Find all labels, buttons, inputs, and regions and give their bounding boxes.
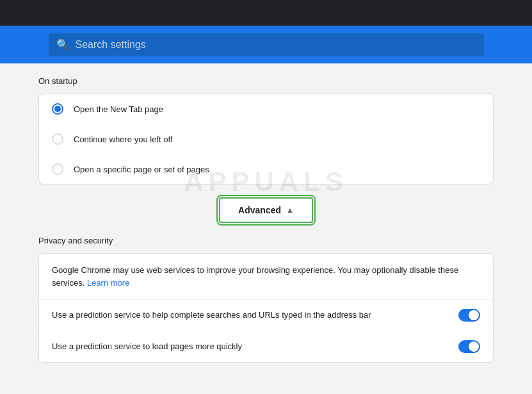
learn-more-link[interactable]: Learn more: [87, 278, 129, 288]
privacy-prediction-load-row: Use a prediction service to load pages m…: [39, 331, 493, 362]
radio-circle-specific: [52, 163, 63, 175]
radio-circle-continue: [52, 133, 63, 145]
advanced-chevron-icon: ▲: [286, 206, 294, 215]
privacy-info-text: Google Chrome may use web services to im…: [52, 265, 458, 288]
privacy-info-row: Google Chrome may use web services to im…: [39, 254, 493, 300]
privacy-prediction-load-label: Use a prediction service to load pages m…: [52, 340, 242, 353]
on-startup-title: On startup: [38, 76, 494, 86]
radio-label-new-tab: Open the New Tab page: [74, 104, 163, 114]
radio-label-specific: Open a specific page or set of pages: [74, 165, 209, 174]
search-icon: 🔍: [56, 38, 69, 51]
search-bar-container: 🔍 Search settings: [0, 26, 532, 63]
privacy-section-title: Privacy and security: [38, 236, 494, 245]
radio-open-specific-page[interactable]: Open a specific page or set of pages: [39, 154, 493, 184]
startup-options-card: Open the New Tab page Continue where you…: [38, 94, 494, 185]
radio-open-new-tab[interactable]: Open the New Tab page: [39, 94, 493, 124]
privacy-prediction-search-toggle[interactable]: [458, 309, 480, 322]
title-bar: [0, 0, 532, 26]
privacy-prediction-search-row: Use a prediction service to help complet…: [39, 300, 493, 331]
advanced-button[interactable]: Advanced ▲: [219, 197, 313, 223]
content-area: On startup Open the New Tab page Continu…: [0, 63, 532, 375]
search-input-placeholder: Search settings: [76, 39, 146, 51]
advanced-button-label: Advanced: [238, 205, 281, 215]
radio-label-continue: Continue where you left off: [74, 135, 172, 144]
search-bar[interactable]: 🔍 Search settings: [49, 33, 484, 56]
privacy-card: Google Chrome may use web services to im…: [38, 253, 494, 363]
privacy-prediction-search-label: Use a prediction service to help complet…: [52, 309, 371, 322]
radio-circle-new-tab: [52, 103, 63, 115]
privacy-prediction-load-toggle[interactable]: [458, 340, 480, 353]
radio-continue-where-left[interactable]: Continue where you left off: [39, 124, 493, 154]
advanced-button-container: Advanced ▲: [38, 197, 494, 223]
